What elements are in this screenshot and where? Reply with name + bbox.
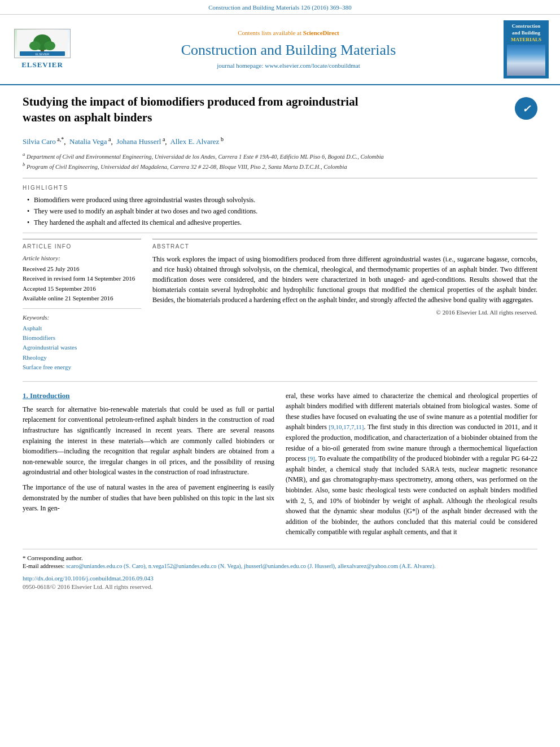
abstract-copyright: © 2016 Elsevier Ltd. All rights reserved… <box>152 308 537 317</box>
article-info-label: ARTICLE INFO <box>23 243 141 251</box>
svg-text:ELSEVIER: ELSEVIER <box>36 53 50 56</box>
introduction-section: 1. Introduction The search for alternati… <box>23 391 537 542</box>
svg-point-4 <box>44 41 55 50</box>
journal-cover-thumbnail: Constructionand BuildingMATERIALS <box>504 20 549 78</box>
intro-para-2-partial: The importance of the use of natural was… <box>23 482 274 514</box>
email-addresses: scaro@uniandes.edu.co (S. Caro), n.vega1… <box>66 563 436 569</box>
article-info-column: ARTICLE INFO Article history: Received 2… <box>23 239 141 373</box>
main-content: ✓ Studying the impact of biomodifiers pr… <box>0 85 560 602</box>
journal-center-header: Contents lists available at ScienceDirec… <box>79 29 498 70</box>
keywords-section: Keywords: Asphalt Biomodifiers Agroindus… <box>23 313 141 372</box>
sciencedirect-link: Contents lists available at ScienceDirec… <box>79 29 498 37</box>
issn-text: 0950-0618/© 2016 Elsevier Ltd. All right… <box>23 583 537 591</box>
history-online: Available online 21 September 2016 <box>23 294 141 303</box>
highlights-label: HIGHLIGHTS <box>23 184 537 192</box>
affiliation-a: a Department of Civil and Environmental … <box>23 151 537 161</box>
email-footnote: E-mail addresses: scaro@uniandes.edu.co … <box>23 562 537 571</box>
keywords-title: Keywords: <box>23 313 141 322</box>
divider-after-abstract <box>23 381 537 382</box>
email-label: E-mail addresses: <box>23 563 64 569</box>
divider-after-affiliations <box>23 178 537 178</box>
crossmark-icon: ✓ <box>515 97 537 120</box>
history-revised: Received in revised form 14 September 20… <box>23 274 141 283</box>
elsevier-logo-image: ELSEVIER <box>14 29 71 58</box>
cover-image <box>507 45 545 76</box>
authors-line: Silvia Caro a,*, Natalia Vega a, Johana … <box>23 136 537 147</box>
keyword-surface-energy: Surface free energy <box>23 363 141 372</box>
journal-ref-text: Construction and Building Materials 126 … <box>208 4 352 11</box>
author-allex-alvarez: Allex E. Alvarez <box>170 137 219 146</box>
journal-header: ELSEVIER ELSEVIER Contents lists availab… <box>0 15 560 85</box>
abstract-box: ABSTRACT This work explores the impact o… <box>152 239 537 317</box>
crossmark-badge[interactable]: ✓ <box>515 97 537 120</box>
intro-right-text: eral, these works have aimed to characte… <box>286 391 537 538</box>
doi-link[interactable]: http://dx.doi.org/10.1016/j.conbuildmat.… <box>23 574 537 583</box>
author-silvia-caro: Silvia Caro <box>23 137 56 146</box>
homepage-url[interactable]: www.elsevier.com/locate/conbuildmat <box>265 62 360 69</box>
author-johana-husserl: Johana Husserl <box>116 137 161 146</box>
affiliations: a Department of Civil and Environmental … <box>23 151 537 171</box>
sciencedirect-name[interactable]: ScienceDirect <box>303 29 339 36</box>
journal-title: Construction and Building Materials <box>79 40 498 60</box>
journal-homepage: journal homepage: www.elsevier.com/locat… <box>79 62 498 70</box>
abstract-text: This work explores the impact of using b… <box>152 254 537 305</box>
article-info-abstract-section: ARTICLE INFO Article history: Received 2… <box>23 239 537 373</box>
highlight-item-2: They were used to modify an asphalt bind… <box>27 207 537 216</box>
highlight-item-1: Biomodifiers were produced using three a… <box>27 195 537 205</box>
elsevier-wordmark: ELSEVIER <box>21 60 63 70</box>
footer-section: * Corresponding author. E-mail addresses… <box>23 549 537 592</box>
article-info-box: ARTICLE INFO Article history: Received 2… <box>23 239 141 372</box>
keyword-agroindustrial: Agroindustrial wastes <box>23 343 141 352</box>
intro-right-column: eral, these works have aimed to characte… <box>286 391 537 542</box>
divider-after-highlights <box>23 233 537 233</box>
highlight-item-3: They hardened the asphalt and affected i… <box>27 218 537 228</box>
corresponding-author-marker: * Corresponding author. <box>23 554 537 562</box>
author-natalia-vega: Natalia Vega <box>69 137 107 146</box>
highlights-list: Biomodifiers were produced using three a… <box>23 195 537 227</box>
history-title: Article history: <box>23 254 141 263</box>
intro-heading: 1. Introduction <box>23 391 274 401</box>
abstract-label: ABSTRACT <box>152 243 537 251</box>
cover-title-text: Constructionand BuildingMATERIALS <box>511 23 541 43</box>
keyword-biomodifiers: Biomodifiers <box>23 334 141 342</box>
svg-point-3 <box>29 41 41 50</box>
abstract-column: ABSTRACT This work explores the impact o… <box>152 239 537 373</box>
affiliation-b: b Program of Civil Engineering, Universi… <box>23 161 537 171</box>
article-title: Studying the impact of biomodifiers prod… <box>23 94 384 125</box>
keyword-rheology: Rheology <box>23 353 141 362</box>
history-received: Received 25 July 2016 <box>23 265 141 273</box>
keyword-asphalt: Asphalt <box>23 324 141 333</box>
elsevier-logo: ELSEVIER ELSEVIER <box>11 29 73 70</box>
history-accepted: Accepted 15 September 2016 <box>23 285 141 293</box>
article-history: Article history: Received 25 July 2016 R… <box>23 254 141 309</box>
intro-para-1: The search for alternative bio-renewable… <box>23 404 274 478</box>
intro-left-column: 1. Introduction The search for alternati… <box>23 391 274 542</box>
journal-reference-bar: Construction and Building Materials 126 … <box>0 0 560 15</box>
svg-text:✓: ✓ <box>522 103 531 115</box>
highlights-section: HIGHLIGHTS Biomodifiers were produced us… <box>23 184 537 227</box>
